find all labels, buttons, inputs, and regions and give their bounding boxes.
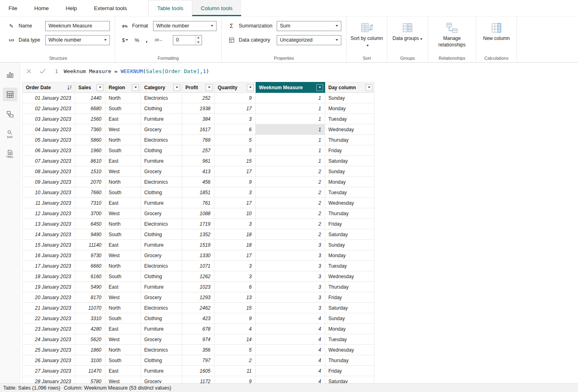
cell-r7-c6[interactable]: 2 bbox=[256, 166, 325, 177]
cell-r15-c7[interactable]: Monday bbox=[325, 250, 374, 261]
cell-r1-c3[interactable]: Clothing bbox=[141, 103, 182, 114]
cell-r0-c4[interactable]: 252 bbox=[182, 93, 214, 103]
cell-r27-c6[interactable]: 4 bbox=[256, 376, 325, 384]
cell-r12-c0[interactable]: 13 January 2023 bbox=[23, 219, 75, 229]
cell-r10-c1[interactable]: 7310 bbox=[75, 198, 105, 208]
cell-r23-c4[interactable]: 974 bbox=[182, 334, 214, 345]
cell-r16-c7[interactable]: Tuesday bbox=[325, 261, 374, 271]
cell-r4-c7[interactable]: Thursday bbox=[325, 135, 374, 145]
cell-r13-c5[interactable]: 18 bbox=[214, 229, 256, 240]
cell-r6-c6[interactable]: 1 bbox=[256, 156, 325, 166]
cell-r13-c4[interactable]: 1352 bbox=[182, 229, 214, 240]
cell-r8-c7[interactable]: Monday bbox=[325, 177, 374, 187]
cell-r24-c4[interactable]: 356 bbox=[182, 345, 214, 355]
cell-r21-c6[interactable]: 4 bbox=[256, 313, 325, 324]
cell-r4-c0[interactable]: 05 January 2023 bbox=[23, 135, 75, 145]
data-view-button[interactable] bbox=[3, 88, 17, 101]
cell-r9-c0[interactable]: 10 January 2023 bbox=[23, 187, 75, 198]
report-view-button[interactable] bbox=[3, 68, 17, 82]
cell-r20-c6[interactable]: 3 bbox=[256, 303, 325, 313]
cell-r5-c7[interactable]: Friday bbox=[325, 145, 374, 156]
cell-r19-c6[interactable]: 3 bbox=[256, 292, 325, 303]
cell-r14-c7[interactable]: Sunday bbox=[325, 240, 374, 250]
cell-r9-c7[interactable]: Tuesday bbox=[325, 187, 374, 198]
cell-r2-c4[interactable]: 384 bbox=[182, 114, 214, 124]
cell-r15-c3[interactable]: Grocery bbox=[141, 250, 182, 261]
cell-r7-c7[interactable]: Sunday bbox=[325, 166, 374, 177]
cell-r5-c2[interactable]: South bbox=[105, 145, 141, 156]
cell-r18-c6[interactable]: 3 bbox=[256, 282, 325, 292]
cell-r8-c1[interactable]: 2070 bbox=[75, 177, 105, 187]
manage-relationships-button[interactable]: Manage relationships bbox=[431, 21, 473, 48]
filter-dropdown-button[interactable] bbox=[316, 84, 323, 91]
cell-r5-c0[interactable]: 06 January 2023 bbox=[23, 145, 75, 156]
cell-r18-c4[interactable]: 1023 bbox=[182, 282, 214, 292]
cell-r21-c2[interactable]: South bbox=[105, 313, 141, 324]
column-header-day-column[interactable]: Day column bbox=[325, 82, 374, 93]
filter-dropdown-button[interactable] bbox=[97, 84, 103, 91]
cell-r24-c5[interactable]: 5 bbox=[214, 345, 256, 355]
cell-r1-c5[interactable]: 17 bbox=[214, 103, 256, 114]
cell-r10-c0[interactable]: 11 January 2023 bbox=[23, 198, 75, 208]
cell-r10-c7[interactable]: Wednesday bbox=[325, 198, 374, 208]
cell-r2-c3[interactable]: Furniture bbox=[141, 114, 182, 124]
cell-r1-c7[interactable]: Monday bbox=[325, 103, 374, 114]
cell-r22-c1[interactable]: 4280 bbox=[75, 324, 105, 334]
cell-r9-c1[interactable]: 7660 bbox=[75, 187, 105, 198]
cell-r7-c4[interactable]: 413 bbox=[182, 166, 214, 177]
cell-r7-c0[interactable]: 08 January 2023 bbox=[23, 166, 75, 177]
column-header-profit[interactable]: Profit bbox=[182, 82, 214, 93]
cell-r7-c5[interactable]: 17 bbox=[214, 166, 256, 177]
cell-r18-c5[interactable]: 6 bbox=[214, 282, 256, 292]
cell-r24-c2[interactable]: North bbox=[105, 345, 141, 355]
cell-r15-c6[interactable]: 3 bbox=[256, 250, 325, 261]
cell-r17-c3[interactable]: Clothing bbox=[141, 271, 182, 282]
cell-r16-c3[interactable]: Electronics bbox=[141, 261, 182, 271]
cell-r20-c2[interactable]: North bbox=[105, 303, 141, 313]
cell-r8-c0[interactable]: 09 January 2023 bbox=[23, 177, 75, 187]
column-header-sales[interactable]: Sales bbox=[75, 82, 105, 93]
cell-r6-c7[interactable]: Saturday bbox=[325, 156, 374, 166]
cell-r25-c7[interactable]: Thursday bbox=[325, 355, 374, 366]
cell-r25-c4[interactable]: 797 bbox=[182, 355, 214, 366]
cell-r3-c4[interactable]: 1617 bbox=[182, 124, 214, 135]
cell-r12-c7[interactable]: Friday bbox=[325, 219, 374, 229]
cell-r27-c7[interactable]: Saturday bbox=[325, 376, 374, 384]
cell-r14-c1[interactable]: 11140 bbox=[75, 240, 105, 250]
cell-r25-c2[interactable]: South bbox=[105, 355, 141, 366]
cell-r10-c5[interactable]: 17 bbox=[214, 198, 256, 208]
cell-r0-c1[interactable]: 1440 bbox=[75, 93, 105, 103]
cell-r12-c4[interactable]: 1719 bbox=[182, 219, 214, 229]
cell-r22-c0[interactable]: 23 January 2023 bbox=[23, 324, 75, 334]
cell-r16-c6[interactable]: 3 bbox=[256, 261, 325, 271]
cell-r2-c1[interactable]: 1560 bbox=[75, 114, 105, 124]
cell-r27-c1[interactable]: 5780 bbox=[75, 376, 105, 384]
cell-r23-c6[interactable]: 4 bbox=[256, 334, 325, 345]
cell-r17-c2[interactable]: South bbox=[105, 271, 141, 282]
cell-r5-c6[interactable]: 1 bbox=[256, 145, 325, 156]
cell-r11-c6[interactable]: 2 bbox=[256, 208, 325, 219]
cell-r19-c4[interactable]: 1293 bbox=[182, 292, 214, 303]
cell-r3-c7[interactable]: Wednesday bbox=[325, 124, 374, 135]
dax-formula-input[interactable]: Weeknum Measure = WEEKNUM(Sales[Order Da… bbox=[64, 68, 209, 74]
cell-r17-c1[interactable]: 6160 bbox=[75, 271, 105, 282]
cell-r12-c6[interactable]: 2 bbox=[256, 219, 325, 229]
cell-r9-c5[interactable]: 3 bbox=[214, 187, 256, 198]
filter-dropdown-button[interactable] bbox=[132, 84, 139, 91]
cell-r24-c1[interactable]: 1860 bbox=[75, 345, 105, 355]
cell-r0-c6[interactable]: 1 bbox=[256, 93, 325, 103]
column-header-quantity[interactable]: Quantity bbox=[214, 82, 256, 93]
cell-r17-c6[interactable]: 3 bbox=[256, 271, 325, 282]
cell-r20-c1[interactable]: 11070 bbox=[75, 303, 105, 313]
data-type-select[interactable]: Whole number bbox=[45, 35, 110, 45]
cell-r15-c0[interactable]: 16 January 2023 bbox=[23, 250, 75, 261]
cell-r23-c5[interactable]: 14 bbox=[214, 334, 256, 345]
cell-r11-c0[interactable]: 12 January 2023 bbox=[23, 208, 75, 219]
cell-r15-c4[interactable]: 1330 bbox=[182, 250, 214, 261]
filter-dropdown-button[interactable] bbox=[247, 84, 254, 91]
cell-r8-c2[interactable]: North bbox=[105, 177, 141, 187]
cell-r11-c1[interactable]: 3700 bbox=[75, 208, 105, 219]
cell-r24-c7[interactable]: Wednesday bbox=[325, 345, 374, 355]
cell-r14-c4[interactable]: 1519 bbox=[182, 240, 214, 250]
cell-r16-c1[interactable]: 6660 bbox=[75, 261, 105, 271]
